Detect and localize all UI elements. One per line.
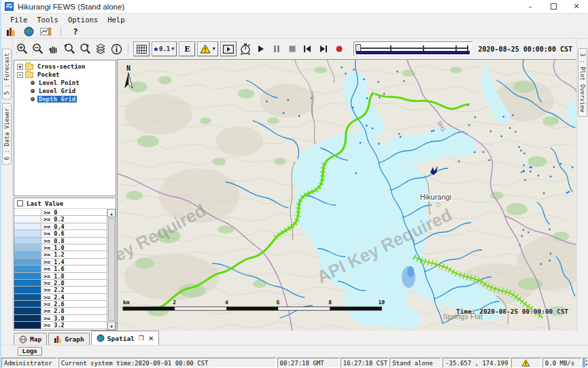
legend-swatch: [14, 308, 41, 314]
explorer-bars-icon[interactable]: [5, 26, 17, 38]
map-canvas[interactable]: API Key Required API Key Required Hikura…: [118, 60, 576, 331]
status-gmt-time: 08:27:18 GMT: [277, 358, 339, 368]
legend-swatch: [14, 273, 41, 279]
status-download-rate: 0.0 MB/s: [542, 358, 581, 368]
record-button[interactable]: [332, 42, 346, 56]
interval-dropdown[interactable]: 0.1 ▼: [152, 41, 177, 56]
scroll-thumb[interactable]: [108, 218, 115, 321]
tab-close-icon[interactable]: ✕: [148, 335, 154, 342]
bar-chart-icon: [54, 335, 62, 343]
main-toolbar: ?: [1, 25, 588, 39]
last-value-checkbox[interactable]: [17, 200, 23, 206]
scroll-down-icon[interactable]: ▼: [107, 322, 116, 330]
folder-icon: [25, 72, 33, 78]
menu-file[interactable]: File: [5, 15, 32, 24]
zoom-out-icon[interactable]: [31, 42, 45, 56]
legend-swatch: [14, 216, 41, 222]
legend-entry[interactable]: >= 3.2: [14, 322, 107, 329]
legend-entry[interactable]: >= 1.4: [14, 259, 107, 265]
expand-icon[interactable]: +: [17, 64, 23, 70]
svg-text:8: 8: [328, 299, 332, 306]
legend-label: >= 0.4: [41, 223, 107, 229]
legend-label: >= 0.6: [41, 230, 107, 236]
legend-entry[interactable]: >= 0.4: [14, 223, 107, 230]
legend-entry[interactable]: >= 1.0: [14, 244, 107, 251]
legend-entry[interactable]: >= 3.0: [14, 315, 107, 322]
map-view[interactable]: API Key Required API Key Required Hikura…: [117, 59, 576, 331]
warning-icon: [200, 44, 211, 54]
pan-hand-icon[interactable]: [47, 42, 60, 56]
legend-entry[interactable]: >= 1.8: [14, 273, 107, 280]
status-bar: Administrator Current system time:2020-0…: [1, 357, 588, 368]
legend-label: >= 1.0: [41, 244, 107, 251]
timeseries-chart-icon[interactable]: [40, 26, 52, 38]
legend-toggle-button[interactable]: E: [179, 41, 195, 56]
legend-scrollbar[interactable]: ▲ ▼: [107, 209, 116, 330]
tree-item-pocket[interactable]: - Pocket: [16, 71, 116, 79]
tab-forecast[interactable]: 5 : Forecast: [2, 48, 12, 99]
help-button[interactable]: ?: [69, 26, 82, 38]
globe-icon: [97, 334, 105, 342]
legend-entry[interactable]: >= 2.0: [14, 280, 107, 287]
logs-button[interactable]: Logs: [18, 347, 42, 356]
legend-label: >= 2.8: [41, 308, 107, 314]
zoom-next-icon[interactable]: [78, 42, 92, 56]
globe-icon[interactable]: [22, 26, 35, 38]
interval-dot-icon: [154, 48, 158, 51]
zoom-previous-icon[interactable]: [63, 42, 76, 56]
wire-globe-icon: [19, 335, 27, 344]
tree-item-level-point[interactable]: Level Point: [16, 79, 116, 87]
tab-spatial[interactable]: Spatial ❐ ✕: [91, 331, 160, 345]
animation-panel-button[interactable]: [220, 41, 237, 56]
town-label: Hikurangi: [420, 193, 451, 201]
stop-button[interactable]: [286, 42, 299, 56]
folder-icon: [25, 64, 33, 70]
tree-item-depth-grid[interactable]: Depth Grid: [16, 95, 116, 103]
step-to-end-button[interactable]: [317, 42, 330, 56]
menu-help[interactable]: Help: [103, 15, 129, 24]
warning-dropdown[interactable]: ▼: [197, 41, 218, 56]
svg-text:10: 10: [378, 299, 385, 306]
legend-entry[interactable]: >= 2.8: [14, 308, 107, 314]
layers-icon[interactable]: [94, 42, 107, 56]
menu-options[interactable]: Options: [63, 15, 103, 24]
legend-entry[interactable]: >= 2.4: [14, 294, 107, 301]
legend-entry[interactable]: >= 0.6: [14, 230, 107, 237]
legend-swatch: [14, 280, 41, 286]
tab-graph[interactable]: Graph: [48, 333, 90, 345]
maximize-icon[interactable]: [542, 0, 565, 13]
step-to-start-button[interactable]: [301, 42, 315, 56]
legend-entry[interactable]: >= 0: [14, 209, 107, 216]
time-slider[interactable]: [353, 41, 472, 56]
menu-bar: File Tools Options Help: [1, 14, 588, 25]
animation-timer-icon[interactable]: [239, 42, 252, 56]
info-icon[interactable]: [109, 42, 123, 56]
close-icon[interactable]: ✕: [565, 0, 588, 13]
tab-map[interactable]: Map: [14, 333, 47, 345]
tree-item-level-grid[interactable]: Level Grid: [16, 87, 116, 95]
legend-entry[interactable]: >= 1.6: [14, 265, 107, 272]
zoom-in-icon[interactable]: [16, 42, 29, 56]
collapse-icon[interactable]: -: [17, 72, 23, 78]
legend-entry[interactable]: >= 0.8: [14, 238, 107, 244]
tab-data-viewer[interactable]: 6 : Data Viewer: [2, 103, 12, 165]
status-warning: [511, 358, 541, 368]
tab-plot-overview[interactable]: 3 : Plot Overview: [578, 48, 587, 117]
tree-item-cross-section[interactable]: + Cross-section: [16, 62, 116, 71]
tab-maximize-icon[interactable]: ❐: [139, 335, 144, 342]
menu-tools[interactable]: Tools: [32, 15, 63, 24]
pause-button[interactable]: [270, 42, 283, 56]
legend-entry[interactable]: >= 0.2: [14, 216, 107, 223]
scroll-up-icon[interactable]: ▲: [107, 209, 116, 217]
grid-display-button[interactable]: [133, 41, 150, 56]
legend-entry[interactable]: >= 1.2: [14, 251, 107, 258]
minimize-icon[interactable]: –: [519, 0, 542, 13]
legend-entry[interactable]: >= 2.6: [14, 301, 107, 308]
current-time-label: 2020-08-25 00:00:00 CST: [479, 45, 574, 53]
legend-label: >= 1.6: [41, 265, 107, 272]
legend-entry[interactable]: >= 2.2: [14, 287, 107, 293]
legend-label: >= 3.2: [41, 322, 107, 328]
bottom-tab-bar: Map Graph Spatial ❐ ✕: [1, 331, 588, 346]
svg-text:4: 4: [225, 299, 228, 306]
play-button[interactable]: [254, 42, 268, 56]
